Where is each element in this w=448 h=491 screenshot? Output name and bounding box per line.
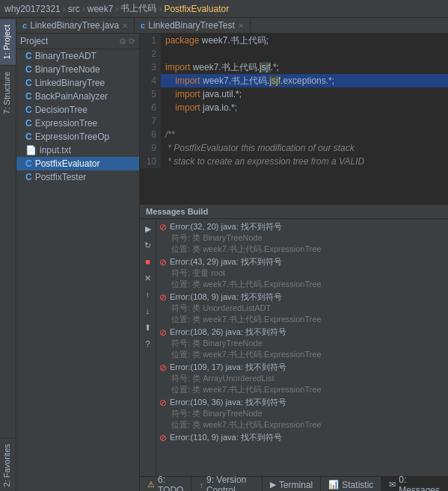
error-title-1: Error:(32, 20) java: 找不到符号 [170, 221, 322, 232]
line-content-4: import week7.书上代码.jsjf.exceptions.*; [161, 74, 448, 87]
line-num-5: 5 [140, 87, 161, 101]
sidebar-item-backpain[interactable]: C BackPainAnalyzer [16, 90, 139, 103]
sidebar-item-expressiontreeop[interactable]: C ExpressionTreeOp [16, 130, 139, 143]
path-item-src[interactable]: src [68, 4, 80, 14]
txt-icon-input: 📄 [25, 145, 37, 155]
error-title-7: Error:(110, 9) java: 找不到符号 [170, 432, 282, 443]
code-lines[interactable]: 1 package week7.书上代码; 2 3 import week7.书… [140, 34, 448, 203]
path-item-current[interactable]: PostfixEvaluator [164, 4, 229, 14]
error-item-6[interactable]: ⊘ Error:(109, 36) java: 找不到符号 符号: 类 Bina… [156, 396, 448, 431]
file-tab-linkedbinarytreetest[interactable]: c LinkedBinaryTreeTest ✕ [135, 18, 251, 33]
error-icon-6: ⊘ [159, 398, 167, 408]
down-button[interactable]: ↓ [141, 304, 155, 318]
error-item-1[interactable]: ⊘ Error:(32, 20) java: 找不到符号 符号: 类 Binar… [156, 220, 448, 256]
code-line-1: 1 package week7.书上代码; [140, 34, 448, 47]
error-title-5: Error:(109, 17) java: 找不到符号 [170, 362, 322, 373]
left-tabs: 1: Project 7: Structure 2: Favorites [0, 18, 16, 491]
sidebar-item-inputtxt[interactable]: 📄 input.txt [16, 143, 139, 157]
code-line-8: 8 /** [140, 128, 448, 141]
sidebar-label-decisiontree: DecisionTree [35, 105, 88, 115]
sidebar-item-linkedbinarytree[interactable]: C LinkedBinaryTree [16, 76, 139, 90]
sidebar-item-project[interactable]: 1: Project [0, 18, 16, 65]
sidebar-item-structure[interactable]: 7: Structure [0, 65, 16, 120]
error-item-2[interactable]: ⊘ Error:(43, 29) java: 找不到符号 符号: 变量 root… [156, 256, 448, 291]
line-num-6: 6 [140, 101, 161, 114]
c-icon-eto: C [25, 132, 32, 142]
c-icon-2: c [141, 21, 145, 30]
code-line-5: 5 import java.util.*; [140, 87, 448, 101]
content-area: c LinkedBinaryTree.java ✕ c LinkedBinary… [16, 18, 448, 491]
c-icon-pt: C [25, 172, 32, 182]
sidebar-item-decisiontree[interactable]: C DecisionTree [16, 103, 139, 117]
error-icon-5: ⊘ [159, 362, 167, 373]
error-title-2: Error:(43, 29) java: 找不到符号 [170, 256, 322, 268]
error-icon-3: ⊘ [159, 292, 167, 303]
code-line-9: 9 * PostfixEvaluator this modification o… [140, 141, 448, 155]
terminal-icon: ▶ [270, 480, 276, 490]
project-sidebar: Project ⚙ ⟳ C BinaryTreeADT C BinaryTree… [16, 34, 140, 491]
path-item-week7[interactable]: week7 [88, 4, 114, 14]
rerun-button[interactable]: ↻ [141, 238, 155, 252]
c-icon-1: c [22, 21, 27, 30]
sidebar-label-binarytreenode: BinaryTreeNode [35, 64, 100, 75]
error-item-7[interactable]: ⊘ Error:(110, 9) java: 找不到符号 [156, 431, 448, 444]
c-icon-pe: C [25, 158, 32, 169]
messages-icon: ✉ [389, 480, 396, 490]
status-bar: ⚠ 6: TODO ↑ 9: Version Control ▶ Termina… [140, 476, 448, 491]
sidebar-item-favorites[interactable]: 2: Favorites [0, 437, 16, 491]
run-button[interactable]: ▶ [141, 222, 155, 235]
sidebar-item-postfixevaluator[interactable]: C PostfixEvaluator [16, 157, 139, 170]
path-item-bookcode[interactable]: 书上代码 [120, 2, 156, 15]
error-item-5[interactable]: ⊘ Error:(109, 17) java: 找不到符号 符号: 类 Arra… [156, 361, 448, 396]
path-sep-2: › [82, 4, 85, 14]
error-detail-4a: 符号: 类 BinaryTreeNode [170, 338, 322, 349]
export-button[interactable]: ⬆ [141, 321, 155, 334]
error-detail-1a: 符号: 类 BinaryTreeNode [170, 232, 322, 244]
help-button[interactable]: ? [141, 337, 155, 351]
file-tabs-bar: c LinkedBinaryTree.java ✕ c LinkedBinary… [16, 18, 448, 34]
sidebar-sync-icon[interactable]: ⟳ [129, 37, 135, 46]
error-text-2: Error:(43, 29) java: 找不到符号 符号: 变量 root 位… [170, 256, 322, 290]
sidebar-header: Project ⚙ ⟳ [16, 34, 139, 49]
line-content-10: * stack to create an expression tree fro… [161, 155, 448, 168]
error-detail-1b: 位置: 类 week7.书上代码.ExpressionTree [170, 244, 322, 255]
error-item-3[interactable]: ⊘ Error:(108, 9) java: 找不到符号 符号: 类 Unord… [156, 291, 448, 326]
up-button[interactable]: ↑ [141, 288, 155, 301]
error-detail-6b: 位置: 类 week7.书上代码.ExpressionTree [170, 419, 322, 430]
messages-header: Messages Build [140, 205, 448, 219]
sidebar-item-expressiontree[interactable]: C ExpressionTree [16, 117, 139, 130]
sidebar-item-postfixtester[interactable]: C PostfixTester [16, 170, 139, 184]
error-text-5: Error:(109, 17) java: 找不到符号 符号: 类 ArrayU… [170, 362, 322, 395]
error-detail-3a: 符号: 类 UnorderedListADT [170, 303, 322, 314]
error-title-6: Error:(109, 36) java: 找不到符号 [170, 397, 322, 408]
code-line-4: 4 import week7.书上代码.jsjf.exceptions.*; [140, 74, 448, 87]
sidebar-item-binarytreeadt[interactable]: C BinaryTreeADT [16, 49, 139, 63]
sidebar-gear-icon[interactable]: ⚙ [119, 37, 126, 46]
line-content-8: /** [161, 128, 448, 141]
c-icon-node: C [25, 64, 32, 75]
sidebar-item-binarytreenode[interactable]: C BinaryTreeNode [16, 63, 139, 76]
file-tab-label-1: LinkedBinaryTree.java [30, 20, 119, 31]
error-item-4[interactable]: ⊘ Error:(108, 26) java: 找不到符号 符号: 类 Bina… [156, 326, 448, 361]
status-tab-todo[interactable]: ⚠ 6: TODO [140, 477, 191, 491]
close-tab-1[interactable]: ✕ [122, 22, 128, 30]
close-button[interactable]: ✕ [141, 271, 155, 285]
c-icon-et: C [25, 118, 32, 129]
close-tab-2[interactable]: ✕ [238, 22, 244, 30]
status-tab-vcs[interactable]: ↑ 9: Version Control [191, 477, 262, 491]
line-num-4: 4 [140, 74, 161, 87]
path-item-root[interactable]: why20172321 [4, 4, 61, 14]
error-text-6: Error:(109, 36) java: 找不到符号 符号: 类 Binary… [170, 397, 322, 430]
status-tab-terminal[interactable]: ▶ Terminal [263, 477, 321, 491]
error-detail-5b: 位置: 类 week7.书上代码.ExpressionTree [170, 384, 322, 395]
stop-button[interactable]: ■ [141, 255, 155, 268]
file-tab-linkedbinarytree[interactable]: c LinkedBinaryTree.java ✕ [16, 18, 135, 33]
error-title-4: Error:(108, 26) java: 找不到符号 [170, 327, 322, 338]
error-icon-1: ⊘ [159, 222, 167, 232]
terminal-label: Terminal [279, 480, 313, 490]
status-tab-messages[interactable]: ✉ 0: Messages [381, 477, 448, 491]
messages-list[interactable]: ⊘ Error:(32, 20) java: 找不到符号 符号: 类 Binar… [156, 219, 448, 476]
status-tab-statistic[interactable]: 📊 Statistic [321, 477, 381, 491]
code-line-10: 10 * stack to create an expression tree … [140, 155, 448, 168]
line-content-3: import week7.书上代码.jsjf.*; [161, 61, 448, 74]
